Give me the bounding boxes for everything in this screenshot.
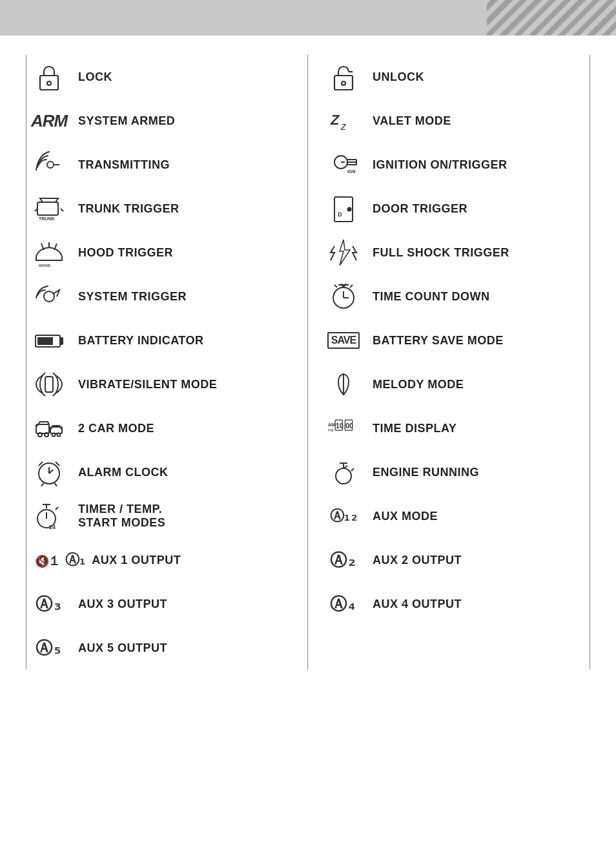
ignition-label: IGNITION ON/TRIGGER	[366, 158, 508, 172]
svg-text:z: z	[340, 121, 347, 132]
list-item: ALARM CLOCK	[26, 450, 294, 494]
list-item: SYSTEM TRIGGER	[26, 275, 294, 318]
shock-icon	[321, 237, 366, 268]
hood-trigger-label: HOOD TRIGGER	[72, 246, 173, 260]
svg-rect-9	[38, 338, 42, 344]
trunk-trigger-label: TRUNK TRIGGER	[72, 202, 180, 216]
svg-text:D: D	[338, 211, 342, 218]
two-car-label: 2 CAR MODE	[72, 422, 154, 435]
arm-icon: ARM	[26, 111, 72, 131]
main-content: LOCK ARM SYSTEM ARMED	[0, 36, 616, 689]
aux5-label: AUX 5 OUTPUT	[72, 641, 167, 655]
aux4-icon: Ⓐ₄	[321, 593, 366, 616]
battery-save-icon: SAVE	[321, 332, 366, 349]
list-item: SAVE BATTERY SAVE MODE	[321, 318, 590, 362]
svg-text:HOOD: HOOD	[39, 264, 51, 267]
time-display-label: TIME DISPLAY	[366, 422, 457, 435]
svg-rect-11	[48, 338, 52, 344]
alarm-clock-label: ALARM CLOCK	[72, 466, 168, 479]
time-display-icon: AM PM 10 : 00	[321, 413, 366, 444]
svg-rect-8	[60, 338, 63, 344]
svg-text:IGN: IGN	[347, 169, 355, 174]
list-item: TRANSMITTING	[26, 143, 294, 187]
icons-grid: LOCK ARM SYSTEM ARMED	[26, 55, 590, 670]
door-icon: D	[321, 193, 366, 224]
countdown-label: TIME COUNT DOWN	[366, 290, 489, 304]
battery-icon	[26, 325, 72, 356]
list-item: Ⓐ₃ AUX 3 OUTPUT	[26, 582, 294, 626]
list-item: Z z VALET MODE	[321, 99, 590, 143]
svg-text:10: 10	[336, 422, 344, 430]
aux-mode-icon: Ⓐ₁₂	[321, 506, 366, 526]
list-item: BATTERY INDICATOR	[26, 318, 294, 362]
svg-point-6	[44, 291, 54, 302]
list-item: IGN IGNITION ON/TRIGGER	[321, 143, 590, 187]
list-item: TRUNK TRUNK TRIGGER	[26, 187, 294, 231]
countdown-icon	[321, 281, 366, 312]
aux1-label: AUX 1 OUTPUT	[85, 554, 181, 567]
svg-point-1	[47, 81, 51, 85]
aux2-label: AUX 2 OUTPUT	[366, 554, 462, 567]
svg-text:TRUNK: TRUNK	[39, 216, 55, 221]
aux2-icon: Ⓐ₂	[321, 549, 366, 572]
svg-point-16	[45, 433, 48, 437]
alarm-clock-icon	[26, 457, 72, 488]
system-armed-label: SYSTEM ARMED	[72, 114, 175, 128]
svg-point-17	[52, 433, 56, 437]
list-item: Ⓐ₂ AUX 2 OUTPUT	[321, 538, 590, 582]
list-item: ENGINE RUNNING	[321, 450, 590, 494]
aux-mode-label: AUX MODE	[366, 510, 438, 523]
svg-text::: :	[343, 424, 345, 430]
vibrate-icon	[26, 369, 72, 400]
battery-indicator-label: BATTERY INDICATOR	[72, 334, 204, 348]
list-item:  Ａ１ 🔇 Ⓐ₁ AUX 1 OUTPUT	[26, 538, 294, 582]
system-trigger-label: SYSTEM TRIGGER	[72, 290, 187, 304]
svg-rect-10	[43, 338, 47, 344]
svg-rect-25	[334, 76, 353, 90]
list-item: Ⓐ₁₂ AUX MODE	[321, 494, 590, 538]
lock-icon	[26, 61, 72, 92]
svg-text:24: 24	[49, 524, 56, 530]
vibrate-label: VIBRATE/SILENT MODE	[72, 378, 217, 391]
list-item: VIBRATE/SILENT MODE	[26, 362, 294, 406]
list-item: MELODY MODE	[321, 362, 590, 406]
valet-label: VALET MODE	[366, 114, 451, 128]
svg-text:Z: Z	[330, 112, 340, 128]
ignition-icon: IGN	[321, 149, 366, 180]
trunk-icon: TRUNK	[26, 193, 72, 224]
list-item: D DOOR TRIGGER	[321, 187, 590, 231]
two-car-icon	[26, 413, 72, 444]
svg-point-18	[57, 433, 61, 437]
svg-point-45	[336, 468, 351, 484]
engine-running-label: ENGINE RUNNING	[366, 466, 479, 479]
svg-point-26	[342, 81, 345, 85]
list-item: UNLOCK	[321, 55, 590, 99]
transmitting-label: TRANSMITTING	[72, 158, 170, 172]
list-item: AM PM 10 : 00 TIME DISPLAY	[321, 406, 590, 450]
svg-rect-3	[37, 202, 58, 215]
system-trigger-icon	[26, 281, 72, 312]
list-item: ARM SYSTEM ARMED	[26, 99, 294, 143]
list-item: Ⓐ₄ AUX 4 OUTPUT	[321, 582, 590, 626]
aux3-icon: Ⓐ₃	[26, 593, 72, 616]
svg-text:🔇: 🔇	[35, 554, 50, 568]
list-item: FULL SHOCK TRIGGER	[321, 231, 590, 275]
list-item: LOCK	[26, 55, 294, 99]
list-item: TIME COUNT DOWN	[321, 275, 590, 318]
timer-icon: 24	[26, 501, 72, 532]
list-item: 24 TIMER / TEMP. START MODES	[26, 494, 294, 538]
transmitting-icon	[26, 149, 72, 180]
unlock-label: UNLOCK	[366, 70, 424, 84]
shock-trigger-label: FULL SHOCK TRIGGER	[366, 246, 509, 260]
right-column: UNLOCK Z z VALET MODE	[308, 55, 590, 670]
list-item: Ⓐ₅ AUX 5 OUTPUT	[26, 626, 294, 670]
svg-point-33	[348, 208, 351, 211]
hood-icon: HOOD	[26, 237, 72, 268]
unlock-icon	[321, 61, 366, 92]
svg-text:00: 00	[345, 422, 353, 430]
svg-rect-12	[45, 377, 53, 392]
battery-save-label: BATTERY SAVE MODE	[366, 334, 504, 348]
svg-text:PM: PM	[328, 428, 334, 432]
engine-icon	[321, 457, 366, 488]
svg-point-2	[47, 161, 54, 168]
